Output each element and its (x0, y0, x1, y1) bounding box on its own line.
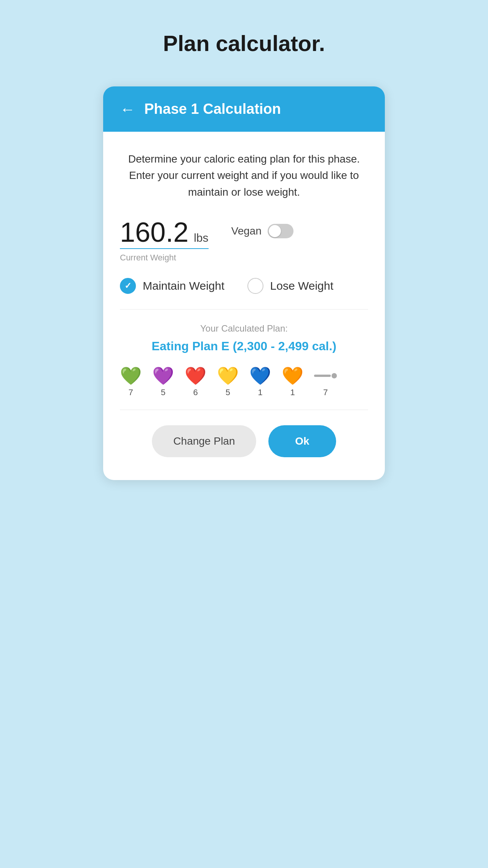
weight-goal-options: Maintain Weight Lose Weight (120, 278, 368, 294)
svg-point-1 (332, 373, 337, 378)
header-title: Phase 1 Calculation (144, 101, 281, 117)
weight-unit: lbs (194, 231, 208, 244)
plan-section-label: Your Calculated Plan: (120, 323, 368, 334)
heart-item-yellow: 💛 5 (217, 367, 239, 397)
plan-name: Eating Plan E (2,300 - 2,499 cal.) (120, 339, 368, 353)
yellow-heart-icon: 💛 (217, 367, 239, 385)
maintain-weight-label: Maintain Weight (143, 279, 225, 292)
weight-input-group: 160.2 lbs Current Weight (120, 219, 209, 263)
buttons-row: Change Plan Ok (120, 425, 368, 457)
main-card: ← Phase 1 Calculation Determine your cal… (103, 86, 385, 480)
weight-label: Current Weight (120, 253, 176, 263)
red-heart-count: 6 (193, 388, 198, 397)
heart-item-tsp: 7 (314, 367, 337, 397)
vegan-toggle[interactable] (268, 224, 293, 238)
change-plan-button[interactable]: Change Plan (152, 425, 256, 457)
heart-item-red: ❤️ 6 (185, 367, 206, 397)
card-header: ← Phase 1 Calculation (103, 86, 385, 132)
heart-item-orange: 🧡 1 (282, 367, 303, 397)
tsp-count: 7 (323, 388, 328, 397)
back-button[interactable]: ← (120, 102, 135, 117)
purple-heart-icon: 💜 (152, 367, 174, 385)
red-heart-icon: ❤️ (185, 367, 206, 385)
heart-item-blue: 💙 1 (249, 367, 271, 397)
description-text: Determine your caloric eating plan for t… (120, 151, 368, 200)
purple-heart-count: 5 (161, 388, 165, 397)
orange-heart-count: 1 (290, 388, 295, 397)
weight-value-row: 160.2 lbs (120, 219, 209, 249)
ok-button[interactable]: Ok (268, 425, 336, 457)
weight-vegan-row: 160.2 lbs Current Weight Vegan (120, 219, 368, 263)
heart-item-purple: 💜 5 (152, 367, 174, 397)
tsp-icon (314, 372, 337, 380)
vegan-group: Vegan (231, 219, 293, 238)
maintain-weight-option[interactable]: Maintain Weight (120, 278, 225, 294)
blue-heart-count: 1 (258, 388, 262, 397)
page-title: Plan calculator. (163, 30, 325, 56)
card-body: Determine your caloric eating plan for t… (103, 132, 385, 480)
orange-heart-icon: 🧡 (282, 367, 303, 385)
svg-rect-0 (314, 375, 331, 377)
heart-item-green: 💚 7 (120, 367, 142, 397)
vegan-label: Vegan (231, 225, 262, 237)
hearts-row: 💚 7 💜 5 ❤️ 6 💛 5 💙 1 🧡 1 (120, 367, 368, 397)
yellow-heart-count: 5 (225, 388, 230, 397)
weight-value[interactable]: 160.2 (120, 219, 188, 246)
maintain-weight-radio[interactable] (120, 278, 136, 294)
lose-weight-radio[interactable] (247, 278, 263, 294)
divider-2 (120, 410, 368, 410)
divider-1 (120, 309, 368, 310)
lose-weight-option[interactable]: Lose Weight (247, 278, 333, 294)
blue-heart-icon: 💙 (249, 367, 271, 385)
lose-weight-label: Lose Weight (270, 279, 333, 292)
green-heart-icon: 💚 (120, 367, 142, 385)
green-heart-count: 7 (128, 388, 133, 397)
